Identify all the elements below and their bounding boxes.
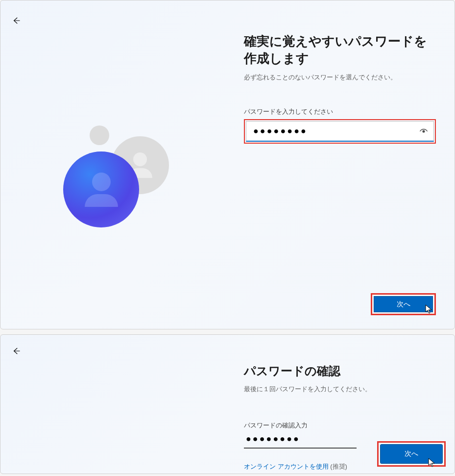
password-confirm-panel: パスワードの確認 最後に１回パスワードを入力してください。 パスワードの確認入力… bbox=[0, 334, 455, 474]
back-arrow-icon bbox=[12, 16, 21, 26]
password-confirm-label: パスワードの確認入力 bbox=[244, 421, 436, 430]
next-button-label: 次へ bbox=[397, 300, 410, 309]
next-button[interactable]: 次へ bbox=[374, 296, 433, 312]
next-button[interactable]: 次へ bbox=[380, 444, 443, 464]
back-button[interactable] bbox=[10, 15, 22, 27]
back-arrow-icon bbox=[12, 347, 21, 357]
password-confirm-input[interactable] bbox=[244, 431, 357, 449]
link-prefix: オンライン アカウントを使用 bbox=[244, 463, 329, 470]
svg-point-0 bbox=[423, 130, 425, 132]
password-input-highlight bbox=[244, 119, 436, 144]
content-area: 確実に覚えやすいパスワードを作成します 必ず忘れることのないパスワードを選んでく… bbox=[244, 33, 436, 144]
account-illustration bbox=[59, 121, 187, 233]
page-subheading: 必ず忘れることのないパスワードを選んでください。 bbox=[244, 73, 436, 82]
password-input[interactable] bbox=[246, 121, 434, 142]
next-button-label: 次へ bbox=[405, 450, 418, 458]
next-button-highlight: 次へ bbox=[371, 293, 436, 315]
next-button-highlight: 次へ bbox=[377, 441, 446, 467]
password-create-panel: 確実に覚えやすいパスワードを作成します 必ず忘れることのないパスワードを選んでく… bbox=[0, 0, 455, 329]
blue-person-icon bbox=[63, 151, 139, 227]
reveal-password-icon[interactable] bbox=[419, 127, 428, 136]
page-subheading: 最後に１回パスワードを入力してください。 bbox=[244, 385, 436, 394]
back-button[interactable] bbox=[10, 346, 22, 357]
page-heading: 確実に覚えやすいパスワードを作成します bbox=[244, 33, 436, 67]
link-suffix: (推奨) bbox=[329, 463, 347, 470]
page-heading: パスワードの確認 bbox=[244, 363, 436, 379]
password-field-label: パスワードを入力してください bbox=[244, 107, 436, 116]
small-gray-circle-icon bbox=[90, 125, 109, 145]
